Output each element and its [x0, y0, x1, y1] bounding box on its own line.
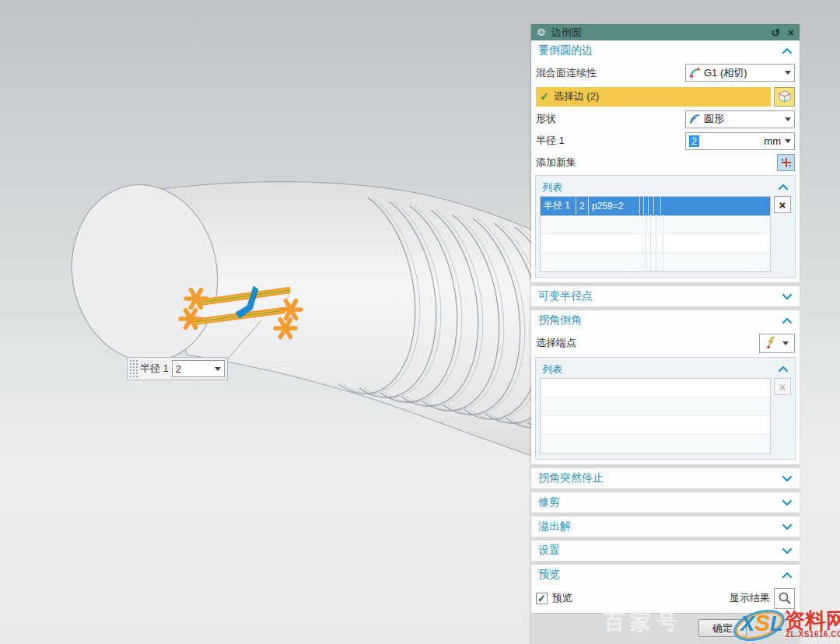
close-icon[interactable]: ×	[788, 27, 794, 38]
row-continuity: 混合面连续性 G1 (相切)	[531, 61, 800, 85]
section-edges-to-blend: 要倒圆的边 混合面连续性 G1 (相切)	[531, 40, 800, 282]
chevron-up-icon[interactable]	[778, 184, 789, 191]
chevron-up-icon[interactable]	[782, 317, 793, 324]
chevron-up-icon[interactable]	[782, 47, 793, 54]
select-edge-button[interactable]: ✓ 选择边 (2)	[536, 87, 771, 107]
select-edge-label: 选择边 (2)	[554, 89, 600, 103]
chevron-up-icon[interactable]	[778, 366, 789, 373]
section-header-settings[interactable]: 设置	[531, 541, 800, 561]
section-title: 溢出解	[538, 520, 782, 534]
chevron-down-icon[interactable]	[782, 293, 793, 300]
radius-list-panel: 列表 半径 1 2 p259=2	[535, 175, 796, 278]
dialog-footer: 确定	[531, 613, 800, 644]
reset-icon[interactable]: ↺	[771, 27, 780, 38]
cell-expression: p259=2	[589, 197, 640, 215]
add-new-set-icon	[780, 156, 793, 169]
radius-unit: mm	[764, 135, 781, 147]
list-row-empty[interactable]	[541, 397, 770, 416]
section-title: 修剪	[538, 495, 782, 509]
dialog-body: 要倒圆的边 混合面连续性 G1 (相切)	[531, 40, 800, 614]
list-row-selected[interactable]: 半径 1 2 p259=2	[541, 197, 770, 215]
setback-list[interactable]	[540, 378, 771, 454]
list-row-empty[interactable]	[541, 379, 770, 397]
section-header-corner-setback[interactable]: 拐角倒角	[531, 310, 800, 331]
show-result-label: 显示结果	[730, 591, 770, 605]
list1-header[interactable]: 列表	[540, 178, 791, 196]
preview-checkbox-label: 预览	[552, 591, 730, 605]
section-header-overflow[interactable]: 溢出解	[531, 516, 800, 537]
list1-title: 列表	[542, 180, 778, 194]
row-preview: ✓ 预览 显示结果	[531, 585, 800, 611]
section-title: 预览	[538, 568, 782, 582]
section-header-edges[interactable]: 要倒圆的边	[531, 40, 800, 61]
list2-header[interactable]: 列表	[540, 360, 791, 378]
section-header-trim[interactable]: 修剪	[531, 492, 800, 513]
dialog-title: 边倒圆	[551, 26, 763, 40]
dialog-titlebar[interactable]: ⚙ 边倒圆 ↺ ×	[531, 24, 800, 40]
row-add-new-set: 添加新集	[531, 152, 800, 173]
chevron-down-icon[interactable]	[782, 548, 793, 555]
section-corner-setback: 拐角倒角 选择端点 列表	[531, 310, 800, 464]
remove-list-item-button-disabled: ×	[774, 378, 791, 395]
row-radius: 半径 1 2 mm	[531, 130, 800, 152]
chevron-down-icon[interactable]	[782, 499, 793, 506]
check-icon: ✓	[540, 90, 549, 103]
shape-value: 圆形	[704, 112, 785, 126]
nx-application-window: 半径 1 2 ⚙ 边倒圆 ↺ × 要倒圆的边 混合面连续性	[0, 0, 840, 644]
chevron-down-icon[interactable]	[785, 139, 791, 146]
section-header-corner-stop[interactable]: 拐角突然停止	[531, 468, 800, 488]
list-row-empty[interactable]	[541, 435, 770, 453]
list2-title: 列表	[542, 362, 778, 376]
radius-tag-input[interactable]: 2	[172, 360, 225, 377]
chevron-down-icon[interactable]	[215, 367, 221, 374]
ok-button[interactable]: 确定	[698, 619, 747, 637]
chevron-down-icon[interactable]	[782, 341, 789, 348]
preview-checkbox[interactable]: ✓	[536, 593, 548, 604]
edge-blend-dialog: ⚙ 边倒圆 ↺ × 要倒圆的边 混合面连续性	[531, 24, 800, 644]
continuity-icon	[689, 67, 701, 79]
section-title: 要倒圆的边	[538, 44, 782, 58]
list-row-empty[interactable]	[541, 416, 770, 435]
drag-grip-handle[interactable]	[129, 359, 138, 378]
radius-tag-label: 半径 1	[140, 362, 169, 376]
section-header-preview[interactable]: 预览	[531, 565, 800, 585]
magnifier-icon	[778, 591, 792, 605]
check-icon: ✓	[537, 593, 546, 604]
continuity-dropdown[interactable]: G1 (相切)	[685, 64, 795, 82]
row-select-edge: ✓ 选择边 (2)	[531, 85, 800, 108]
chevron-down-icon[interactable]	[782, 523, 793, 530]
cell-radius-name: 半径 1	[541, 197, 576, 215]
section-preview: 预览 ✓ 预览 显示结果	[531, 565, 800, 613]
section-title: 拐角倒角	[538, 313, 782, 327]
add-new-set-button[interactable]	[777, 154, 795, 171]
chevron-down-icon[interactable]	[785, 117, 791, 124]
radius-list[interactable]: 半径 1 2 p259=2	[540, 196, 771, 272]
show-result-button[interactable]	[774, 588, 795, 609]
snapshot-cube-button[interactable]	[774, 87, 795, 107]
section-settings: 设置	[531, 541, 800, 561]
add-new-set-label: 添加新集	[536, 156, 777, 170]
select-endpoint-button[interactable]	[759, 334, 795, 353]
radius-input[interactable]: 2 mm	[685, 132, 795, 150]
continuity-label: 混合面连续性	[536, 66, 685, 80]
section-header-variable-radius[interactable]: 可变半径点	[531, 286, 800, 306]
section-title: 设置	[538, 544, 782, 558]
radius-label: 半径 1	[536, 134, 685, 148]
setback-list-panel: 列表 ×	[535, 357, 796, 460]
chevron-up-icon[interactable]	[782, 572, 793, 579]
chevron-down-icon[interactable]	[782, 475, 793, 482]
shape-dropdown[interactable]: 圆形	[685, 110, 795, 128]
section-overflow: 溢出解	[531, 516, 800, 537]
remove-list-item-button[interactable]: ×	[774, 196, 791, 213]
point-pick-icon	[765, 337, 776, 349]
section-title: 可变半径点	[538, 289, 782, 303]
section-trim: 修剪	[531, 492, 800, 513]
radius-value: 2	[689, 135, 699, 147]
shape-label: 形状	[536, 112, 685, 126]
chevron-down-icon[interactable]	[785, 71, 791, 78]
gear-icon: ⚙	[537, 27, 546, 37]
radius-floating-panel[interactable]: 半径 1 2	[127, 357, 228, 380]
circular-shape-icon	[689, 114, 701, 125]
continuity-value: G1 (相切)	[704, 66, 785, 80]
radius-tag-value: 2	[176, 363, 215, 375]
